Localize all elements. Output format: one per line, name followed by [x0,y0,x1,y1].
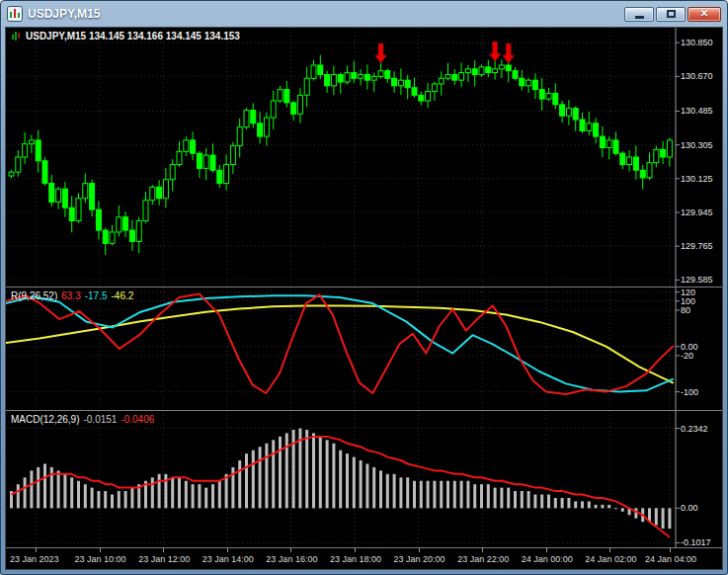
time-label: 23 Jan 14:00 [200,554,257,564]
time-label: 23 Jan 10:00 [72,554,129,564]
axis-label: -0.1017 [681,537,711,547]
axis-label: 0.2342 [681,424,708,434]
axis-label: 129.585 [681,275,713,285]
minimize-icon [635,16,644,19]
macd-value-1: -0.0151 [83,414,117,425]
time-axis[interactable]: 23 Jan 202323 Jan 10:0023 Jan 12:0023 Ja… [6,547,722,570]
main-chart-panel[interactable]: 130.850130.670130.485130.305130.125129.9… [6,28,722,287]
price-axis-layer: 0.23420.00-0.1017 [676,424,711,547]
oscillator-value-3: -46.2 [112,290,134,301]
time-label: 23 Jan 18:00 [327,554,384,564]
macd-panel[interactable]: 0.23420.00-0.1017 MACD(12,26,9) -0.0151 … [6,410,722,547]
price-axis-layer: 130.850130.670130.485130.305130.125129.9… [676,38,713,285]
axis-label: -100 [681,387,698,397]
time-tick [419,548,420,552]
axis-label: 130.305 [681,140,713,150]
sell-arrow-icon[interactable] [503,43,515,63]
oscillator-panel[interactable]: 120100800.00-20-100 R(9,26,52) 63.3 -17.… [6,287,722,410]
main-chart-svg: 130.850130.670130.485130.305130.125129.9… [6,28,722,287]
mt4-chart-window: USDJPY,M15 ✕ 130.850130.670130.485130.30… [0,0,728,575]
time-label: 23 Jan 22:00 [454,554,512,564]
window-title: USDJPY,M15 [28,7,100,21]
chart-header: USDJPY,M15 134.145 134.166 134.145 134.1… [11,31,240,41]
macd-name: MACD(12,26,9) [11,414,79,425]
slow-line [6,305,673,382]
time-tick [355,548,356,552]
time-label: 24 Jan 02:00 [582,554,639,564]
axis-label: -20 [681,351,693,361]
chart-header-text: USDJPY,M15 134.145 134.166 134.145 134.1… [26,31,240,41]
mid-line [6,295,673,391]
macd-value-2: -0.0406 [121,414,154,425]
titlebar[interactable]: USDJPY,M15 ✕ [5,3,723,27]
app-icon [7,6,23,22]
macd-svg: 0.23420.00-0.1017 [6,411,722,547]
axis-label: 130.485 [681,106,713,116]
oscillator-lines-layer [6,293,673,394]
candles-layer [9,55,672,255]
time-label: 23 Jan 20:00 [391,554,448,564]
chart-area: 130.850130.670130.485130.305130.125129.9… [5,27,723,570]
time-tick [227,548,228,552]
fast-line [6,293,673,394]
sell-arrows-layer [375,41,515,63]
oscillator-value-2: -17.5 [85,290,108,301]
maximize-icon [667,10,676,18]
time-tick [163,548,164,552]
price-axis-layer: 120100800.00-20-100 [676,288,698,397]
axis-label: 130.125 [681,174,713,184]
axis-label: 80 [681,305,690,315]
time-label: 23 Jan 16:00 [263,554,320,564]
time-tick [482,548,483,552]
time-tick [609,548,610,552]
sell-arrow-icon[interactable] [489,41,501,61]
maximize-button[interactable] [656,7,686,22]
close-icon: ✕ [700,9,708,19]
symbol-chart-icon[interactable] [11,31,22,41]
axis-label: 0.00 [681,503,698,513]
sell-arrow-icon[interactable] [375,43,387,63]
time-label: 24 Jan 04:00 [642,554,699,564]
time-tick [546,548,547,552]
time-tick [290,548,291,552]
grid-layer [6,28,676,287]
oscillator-svg: 120100800.00-20-100 [6,288,722,410]
time-label: 24 Jan 00:00 [519,554,576,564]
axis-label: 130.850 [681,38,713,47]
macd-histogram-layer [10,429,671,529]
time-tick [36,548,37,552]
macd-header: MACD(12,26,9) -0.0151 -0.0406 [11,414,154,425]
minimize-button[interactable] [624,7,654,22]
time-label: 23 Jan 12:00 [135,554,193,564]
axis-label: 129.765 [681,241,713,251]
axis-label: 130.670 [681,71,713,81]
oscillator-value-1: 63.3 [61,290,80,301]
time-tick [100,548,101,552]
time-tick [670,548,671,552]
time-label: 23 Jan 2023 [10,554,59,564]
oscillator-header: R(9,26,52) 63.3 -17.5 -46.2 [11,290,133,301]
axis-label: 129.945 [681,207,713,217]
close-button[interactable]: ✕ [688,7,721,22]
oscillator-name: R(9,26,52) [11,290,57,301]
